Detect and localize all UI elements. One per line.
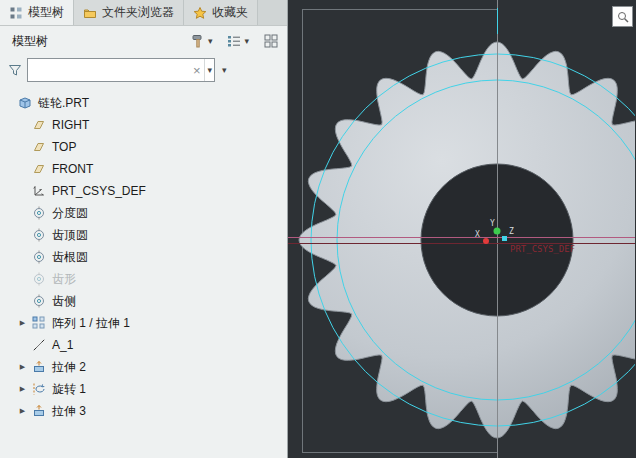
tree-item[interactable]: 齿侧 (0, 290, 287, 312)
tree-item-label: 拉伸 2 (52, 359, 86, 376)
model-tree-header: 模型树 (0, 26, 287, 56)
tree-item-label: A_1 (52, 338, 73, 352)
datum-plane-icon (32, 118, 48, 132)
tree-item[interactable]: 齿根圆 (0, 246, 287, 268)
csys-y-axis-dot (494, 228, 501, 235)
tree-item-label: PRT_CSYS_DEF (52, 184, 146, 198)
filter-funnel-icon[interactable] (8, 63, 22, 77)
clear-search-icon[interactable] (189, 64, 205, 77)
tree-item[interactable]: RIGHT (0, 114, 287, 136)
navigator-panel: 模型树 文件夹浏览器 收藏夹 模型树 (0, 0, 288, 458)
expand-arrow-icon[interactable]: ▶ (17, 385, 28, 393)
expand-arrow-icon[interactable]: ▶ (17, 363, 28, 371)
tab-label: 文件夹浏览器 (102, 4, 174, 21)
tree-item[interactable]: 分度圆 (0, 202, 287, 224)
z-axis-label: Z (509, 227, 514, 236)
sketch-icon (32, 250, 48, 264)
model-tree: 链轮.PRT RIGHT TOP FRONT PRT_CSYS_DEF 分度圆 … (0, 90, 287, 458)
extrude-icon (32, 360, 48, 374)
tab-label: 收藏夹 (212, 4, 248, 21)
tree-item[interactable]: 链轮.PRT (0, 92, 287, 114)
tree-toolbar (190, 33, 279, 49)
tree-item-label: 阵列 1 / 拉伸 1 (52, 315, 130, 332)
csys-z-axis-marker (502, 236, 507, 241)
csys-label: PRT_CSYS_DEF (510, 244, 575, 254)
tree-item-label: FRONT (52, 162, 93, 176)
datum-plane-icon (32, 140, 48, 154)
tree-tools-icon[interactable] (190, 33, 206, 49)
tree-search-input[interactable] (28, 59, 189, 81)
part-icon (18, 96, 34, 110)
tree-item-label: 齿顶圆 (52, 227, 88, 244)
search-chevron-down-icon[interactable] (204, 59, 214, 81)
tree-item[interactable]: FRONT (0, 158, 287, 180)
tree-item-label: RIGHT (52, 118, 89, 132)
sketch-icon (32, 228, 48, 242)
tab-folder-browser[interactable]: 文件夹浏览器 (74, 0, 184, 25)
revolve-icon (32, 382, 48, 396)
zoom-tool-button[interactable] (612, 6, 633, 27)
sketch-icon (32, 294, 48, 308)
datum-plane-icon (32, 162, 48, 176)
tab-label: 模型树 (28, 4, 64, 21)
tree-item[interactable]: PRT_CSYS_DEF (0, 180, 287, 202)
tree-item-label: 链轮.PRT (38, 95, 89, 112)
star-icon (193, 6, 207, 20)
tree-item[interactable]: 齿形 (0, 268, 287, 290)
tree-item-label: TOP (52, 140, 76, 154)
tree-item-label: 齿侧 (52, 293, 76, 310)
expand-arrow-icon[interactable]: ▶ (17, 407, 28, 415)
x-axis-label: X (475, 230, 480, 239)
tree-item[interactable]: 齿顶圆 (0, 224, 287, 246)
tab-model-tree[interactable]: 模型树 (0, 0, 74, 25)
tree-item[interactable]: ▶ 拉伸 3 (0, 400, 287, 422)
panel-title: 模型树 (12, 33, 48, 50)
csys-icon (32, 184, 48, 198)
tab-favorites[interactable]: 收藏夹 (184, 0, 258, 25)
model-tree-icon (9, 6, 23, 20)
tree-item[interactable]: ▶ 阵列 1 / 拉伸 1 (0, 312, 287, 334)
tree-display-options-icon[interactable] (226, 33, 242, 49)
filter-chevron-down-icon[interactable] (220, 66, 229, 75)
tree-filter-row (0, 56, 287, 90)
sketch-icon (32, 272, 48, 286)
y-axis-label: Y (490, 219, 495, 228)
tree-item-label: 齿根圆 (52, 249, 88, 266)
sketch-icon (32, 206, 48, 220)
extrude-icon (32, 404, 48, 418)
tree-display-chevron-down-icon[interactable] (242, 37, 251, 46)
tree-item[interactable]: TOP (0, 136, 287, 158)
3d-viewport[interactable]: Y Z X PRT_CSYS_DEF (288, 0, 636, 458)
tree-item[interactable]: ▶ 拉伸 2 (0, 356, 287, 378)
tree-item-label: 齿形 (52, 271, 76, 288)
tree-search-box (27, 58, 215, 82)
folder-icon (83, 6, 97, 20)
tree-item[interactable]: A_1 (0, 334, 287, 356)
axis-icon (32, 338, 48, 352)
pattern-icon (32, 316, 48, 330)
tree-item-label: 拉伸 3 (52, 403, 86, 420)
csys-x-axis-dot (483, 238, 489, 244)
tree-item[interactable]: ▶ 旋转 1 (0, 378, 287, 400)
magnifier-icon (616, 10, 630, 24)
viewport-canvas[interactable]: Y Z X PRT_CSYS_DEF (288, 0, 635, 458)
tree-item-label: 分度圆 (52, 205, 88, 222)
tree-tools-chevron-down-icon[interactable] (206, 37, 215, 46)
navigator-tab-bar: 模型树 文件夹浏览器 收藏夹 (0, 0, 287, 26)
tree-item-label: 旋转 1 (52, 381, 86, 398)
tree-columns-icon[interactable] (263, 33, 279, 49)
expand-arrow-icon[interactable]: ▶ (17, 319, 28, 327)
cad-app-window: 模型树 文件夹浏览器 收藏夹 模型树 (0, 0, 636, 458)
